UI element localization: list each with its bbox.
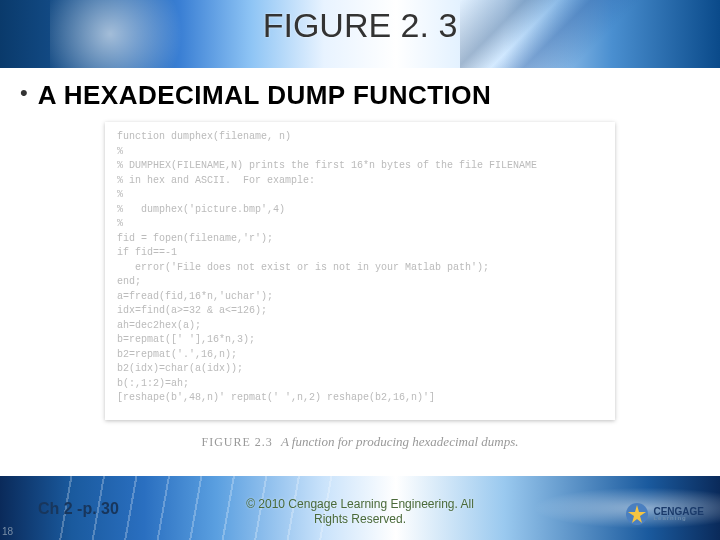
- code-content: function dumphex(filename, n) % % DUMPHE…: [117, 130, 603, 406]
- bullet-dot: •: [20, 80, 28, 106]
- figure-title: FIGURE 2. 3: [0, 6, 720, 45]
- bullet-row: • A HEXADECIMAL DUMP FUNCTION: [20, 80, 491, 111]
- star-icon: [625, 502, 649, 526]
- code-listing-box: function dumphex(filename, n) % % DUMPHE…: [105, 122, 615, 420]
- copyright-text: © 2010 Cengage Learning Engineering. All…: [0, 497, 720, 526]
- logo-text: CENGAGE Learning: [653, 507, 704, 521]
- slide-number: 18: [2, 526, 13, 537]
- bullet-heading: A HEXADECIMAL DUMP FUNCTION: [38, 80, 492, 111]
- figure-caption-text: A function for producing hexadecimal dum…: [281, 434, 519, 449]
- figure-caption-label: FIGURE 2.3: [202, 435, 273, 449]
- figure-caption: FIGURE 2.3 A function for producing hexa…: [0, 432, 720, 450]
- logo-sub-text: Learning: [653, 516, 704, 521]
- cengage-logo: CENGAGE Learning: [625, 502, 704, 526]
- copyright-line-2: Rights Reserved.: [314, 512, 406, 526]
- slide: FIGURE 2. 3 • A HEXADECIMAL DUMP FUNCTIO…: [0, 0, 720, 540]
- copyright-line-1: © 2010 Cengage Learning Engineering. All: [246, 497, 474, 511]
